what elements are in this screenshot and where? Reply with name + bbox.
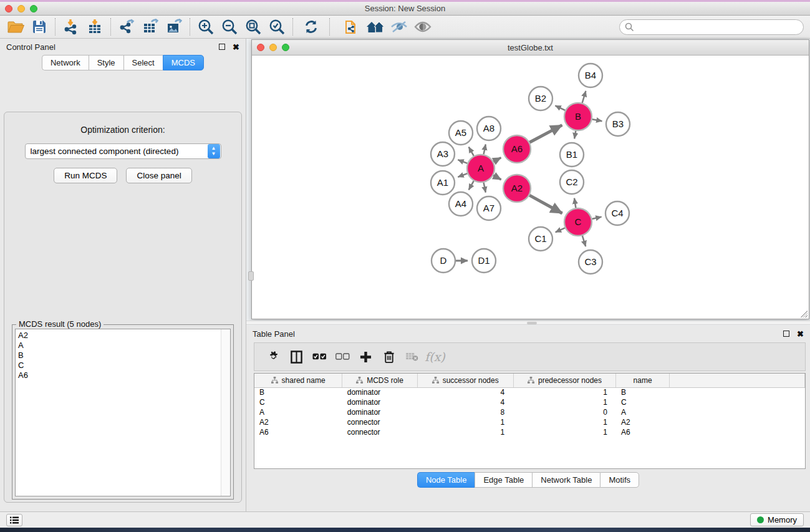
graph-node-A1[interactable]: A1 bbox=[431, 171, 455, 195]
split-columns-icon[interactable] bbox=[285, 346, 308, 368]
graph-edge-B-B1[interactable] bbox=[574, 131, 576, 139]
graph-edge-C-C3[interactable] bbox=[582, 236, 586, 246]
graph-node-A[interactable]: A bbox=[467, 155, 494, 182]
close-panel-icon[interactable]: ✖ bbox=[233, 43, 239, 51]
result-list-item[interactable]: A6 bbox=[18, 370, 218, 380]
result-list-item[interactable]: B bbox=[18, 351, 218, 360]
gear-icon[interactable] bbox=[262, 346, 285, 368]
graph-node-A2[interactable]: A2 bbox=[503, 175, 531, 202]
graph-edge-A-A2[interactable] bbox=[493, 175, 501, 180]
tab-network[interactable]: Network bbox=[42, 55, 89, 70]
export-network-icon[interactable] bbox=[115, 17, 138, 36]
graph-node-C2[interactable]: C2 bbox=[560, 170, 584, 194]
column-header-MCDS-role[interactable]: MCDS role bbox=[342, 374, 418, 387]
graph-node-A3[interactable]: A3 bbox=[431, 142, 455, 166]
graph-edge-B-B4[interactable] bbox=[582, 91, 586, 103]
graph-edge-A-A1[interactable] bbox=[458, 173, 467, 177]
column-header-name[interactable]: name bbox=[616, 374, 669, 387]
delete-column-icon[interactable] bbox=[377, 346, 400, 368]
table-row[interactable]: A2connector11A2 bbox=[254, 417, 805, 427]
float-panel-icon[interactable] bbox=[219, 44, 225, 50]
zoom-in-icon[interactable] bbox=[194, 17, 218, 36]
column-header-successor-nodes[interactable]: successor nodes bbox=[417, 374, 513, 387]
result-list-item[interactable]: C bbox=[18, 360, 218, 370]
result-list-item[interactable]: A bbox=[18, 341, 218, 351]
float-table-panel-icon[interactable] bbox=[783, 331, 789, 337]
graph-node-C1[interactable]: C1 bbox=[529, 227, 552, 251]
export-image-icon[interactable] bbox=[162, 17, 186, 36]
graph-node-A5[interactable]: A5 bbox=[449, 121, 473, 145]
run-mcds-button[interactable]: Run MCDS bbox=[54, 168, 117, 183]
zoom-out-icon[interactable] bbox=[218, 17, 241, 36]
horizontal-scrollbar[interactable] bbox=[246, 321, 810, 325]
graph-edge-A-A3[interactable] bbox=[458, 160, 467, 163]
delete-table-icon[interactable] bbox=[400, 346, 423, 368]
add-column-icon[interactable] bbox=[354, 346, 377, 368]
graph-node-B2[interactable]: B2 bbox=[529, 87, 552, 110]
column-header-predecessor-nodes[interactable]: predecessor nodes bbox=[513, 374, 616, 387]
import-table-icon[interactable] bbox=[83, 17, 107, 36]
graph-edge-A-A6[interactable] bbox=[493, 158, 501, 162]
search-input[interactable] bbox=[619, 19, 804, 35]
session-file-icon[interactable] bbox=[340, 17, 364, 36]
horizontal-scrollbar-thumb[interactable] bbox=[527, 322, 537, 324]
save-session-icon[interactable] bbox=[27, 17, 51, 36]
graph-edge-C-C2[interactable] bbox=[574, 198, 576, 208]
graph-node-C3[interactable]: C3 bbox=[579, 250, 602, 274]
table-row[interactable]: Bdominator41B bbox=[254, 387, 805, 397]
show-panel-icon[interactable] bbox=[411, 17, 435, 36]
graph-edge-A-A8[interactable] bbox=[484, 144, 486, 154]
graph-edge-A-A5[interactable] bbox=[469, 147, 474, 156]
tab-style[interactable]: Style bbox=[89, 55, 123, 70]
graph-node-A8[interactable]: A8 bbox=[477, 117, 501, 140]
result-list-item[interactable]: A2 bbox=[18, 331, 218, 341]
graph-node-B3[interactable]: B3 bbox=[606, 112, 630, 136]
graph-node-B[interactable]: B bbox=[564, 103, 592, 130]
hide-panel-icon[interactable] bbox=[387, 17, 411, 36]
graph-node-A7[interactable]: A7 bbox=[477, 196, 501, 220]
tab-network-table[interactable]: Network Table bbox=[532, 472, 600, 488]
import-network-icon[interactable] bbox=[59, 17, 83, 36]
function-builder-icon[interactable]: f(x) bbox=[423, 346, 446, 368]
graph-edge-A-A7[interactable] bbox=[484, 183, 486, 193]
refresh-icon[interactable] bbox=[299, 17, 323, 36]
select-all-icon[interactable] bbox=[308, 346, 331, 368]
close-panel-button[interactable]: Close panel bbox=[126, 168, 191, 183]
graph-edge-A2-C[interactable] bbox=[529, 195, 562, 213]
task-history-icon[interactable] bbox=[6, 514, 22, 526]
export-table-icon[interactable] bbox=[138, 17, 162, 36]
tab-edge-table[interactable]: Edge Table bbox=[475, 472, 532, 488]
graph-node-A4[interactable]: A4 bbox=[449, 192, 473, 216]
table-row[interactable]: Adominator80A bbox=[254, 407, 805, 417]
graph-node-A6[interactable]: A6 bbox=[503, 135, 531, 163]
table-row[interactable]: A6connector11A6 bbox=[254, 427, 805, 437]
result-scrollbar[interactable] bbox=[221, 329, 230, 496]
network-window-titlebar[interactable]: testGlobe.txt bbox=[252, 40, 809, 56]
resize-grip[interactable] bbox=[799, 309, 808, 317]
graph-edge-B-B3[interactable] bbox=[592, 119, 602, 121]
home-icon[interactable] bbox=[364, 17, 387, 36]
graph-node-B1[interactable]: B1 bbox=[560, 143, 584, 167]
tab-node-table[interactable]: Node Table bbox=[417, 472, 475, 488]
graph-node-D[interactable]: D bbox=[432, 249, 455, 273]
graph-node-C[interactable]: C bbox=[564, 208, 592, 236]
memory-button[interactable]: Memory bbox=[750, 513, 804, 526]
column-header-shared-name[interactable]: shared name bbox=[254, 374, 342, 387]
zoom-selected-icon[interactable] bbox=[265, 17, 289, 36]
network-canvas[interactable]: B4B2BB3A8A5A6A3B1AA1C2A2A4A7C4CC1DD1C3 bbox=[252, 56, 809, 319]
table-row[interactable]: Cdominator41C bbox=[254, 397, 805, 407]
tab-mcds[interactable]: MCDS bbox=[163, 55, 204, 70]
graph-edge-C-C1[interactable] bbox=[556, 228, 565, 232]
tab-select[interactable]: Select bbox=[123, 55, 163, 70]
clear-selection-icon[interactable] bbox=[331, 346, 354, 368]
zoom-fit-icon[interactable] bbox=[241, 17, 265, 36]
graph-edge-A-A4[interactable] bbox=[469, 181, 474, 190]
graph-node-D1[interactable]: D1 bbox=[472, 249, 496, 273]
open-folder-icon[interactable] bbox=[4, 17, 27, 36]
criterion-select[interactable]: largest connected component (directed) ▲… bbox=[25, 143, 221, 159]
close-table-panel-icon[interactable]: ✖ bbox=[797, 330, 804, 338]
graph-edge-B-B2[interactable] bbox=[555, 105, 565, 110]
graph-edge-C-C4[interactable] bbox=[592, 217, 601, 219]
graph-node-C4[interactable]: C4 bbox=[605, 201, 629, 225]
graph-edge-A6-B[interactable] bbox=[529, 125, 562, 143]
